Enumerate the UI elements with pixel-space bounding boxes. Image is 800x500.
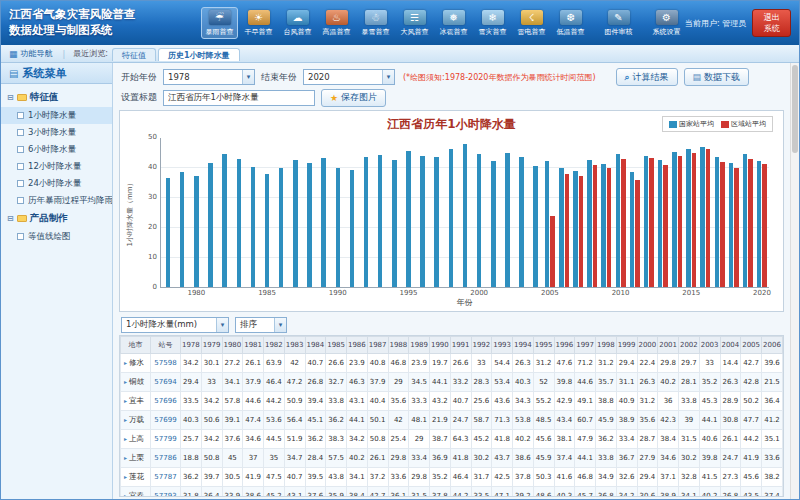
controls-row-1: 开始年份 1978▾ 结束年份 2020▾ (*绘图须知:1978-2020年数… <box>113 63 790 87</box>
column-header[interactable]: 2003 <box>699 337 720 354</box>
column-header[interactable]: 1984 <box>305 337 326 354</box>
table-row[interactable]: ▸铜鼓5769429.43334.137.946.447.226.832.746… <box>121 373 783 392</box>
tree-item[interactable]: 1小时降水量 <box>1 107 112 124</box>
bar-group-2010: 2010 <box>614 138 628 287</box>
value-cell: 29.4 <box>181 373 202 392</box>
data-table-wrap[interactable]: 地市站号197819791980198119821983198419851986… <box>119 335 784 497</box>
tree-item[interactable]: 历年暴雨过程平均降雨量 <box>1 192 112 209</box>
breadcrumb-item[interactable]: 特征值 <box>112 48 156 61</box>
column-header[interactable]: 1981 <box>243 337 264 354</box>
calc-button[interactable]: ⌕计算结果 <box>616 68 678 86</box>
value-cell: 46.4 <box>450 468 471 487</box>
column-header[interactable]: 站号 <box>151 337 181 354</box>
bar <box>748 159 753 287</box>
column-header[interactable]: 1992 <box>471 337 492 354</box>
table-row[interactable]: ▸宜春5779331.836.433.938.645.243.137.635.9… <box>121 487 783 498</box>
bar-group-1989 <box>317 138 331 287</box>
nav-lightning[interactable]: ☇雷电普查 <box>513 7 550 39</box>
column-header[interactable]: 1991 <box>450 337 471 354</box>
value-cell: 45.6 <box>741 468 762 487</box>
column-header[interactable]: 1980 <box>222 337 243 354</box>
nav-typhoon[interactable]: ☁台风普查 <box>279 7 316 39</box>
table-row[interactable]: ▸莲花5778736.239.730.541.947.540.739.543.8… <box>121 468 783 487</box>
column-header[interactable]: 1995 <box>533 337 554 354</box>
nav-low-temp[interactable]: ❆低温普查 <box>552 7 589 39</box>
tree-group[interactable]: ⊟特征值 <box>1 88 112 107</box>
table-row[interactable]: ▸修水5759834.230.127.226.163.94240.726.623… <box>121 354 783 373</box>
end-year-value: 2020 <box>308 72 330 82</box>
column-header[interactable]: 1985 <box>326 337 347 354</box>
bar <box>166 178 171 287</box>
tree-item-label: 12小时降水量 <box>28 161 81 173</box>
table-row[interactable]: ▸上高5779925.734.237.634.644.551.936.238.3… <box>121 430 783 449</box>
column-header[interactable]: 1999 <box>616 337 637 354</box>
start-year-select[interactable]: 1978▾ <box>163 69 255 85</box>
bar-group-2011 <box>628 138 642 287</box>
nav-snow-disaster[interactable]: ❄雪灾普查 <box>474 7 511 39</box>
chart-title-input[interactable] <box>163 90 315 106</box>
column-header[interactable]: 1978 <box>181 337 202 354</box>
value-cell: 24.7 <box>450 411 471 430</box>
menu-toggle-button[interactable]: ▦功能导航 <box>7 48 59 62</box>
value-cell: 26.1 <box>367 449 388 468</box>
value-cell: 29 <box>409 430 430 449</box>
measure-select[interactable]: 1小时降水量(mm)▾ <box>121 317 229 333</box>
value-cell: 45.6 <box>533 430 554 449</box>
bar-group-2004 <box>529 138 543 287</box>
tree-item[interactable]: 6小时降水量 <box>1 141 112 158</box>
vertical-scrollbar[interactable] <box>790 63 799 499</box>
logout-button[interactable]: 退出系统 <box>752 9 791 37</box>
column-header[interactable]: 1989 <box>409 337 430 354</box>
value-cell: 36.8 <box>596 487 617 498</box>
nav-drought[interactable]: ☀干旱普查 <box>240 7 277 39</box>
low-temp-icon: ❆ <box>560 10 582 25</box>
nav-system-settings[interactable]: ⚙系统设置 <box>648 7 685 39</box>
column-header[interactable]: 地市 <box>121 337 151 354</box>
nav-gale[interactable]: ☴大风普查 <box>396 7 433 39</box>
column-header[interactable]: 2002 <box>679 337 700 354</box>
download-icon: ▤ <box>693 72 702 82</box>
save-image-button[interactable]: ★保存图片 <box>321 89 386 107</box>
column-header[interactable]: 1988 <box>388 337 409 354</box>
table-row[interactable]: ▸宜丰5769633.534.257.844.644.250.939.433.8… <box>121 392 783 411</box>
column-header[interactable]: 2004 <box>720 337 741 354</box>
end-year-select[interactable]: 2020▾ <box>303 69 395 85</box>
nav-map-review[interactable]: ✎图件审核 <box>600 7 637 39</box>
nav-snowstorm[interactable]: ☃暴雪普查 <box>357 7 394 39</box>
nav-label: 雪灾普查 <box>479 27 507 37</box>
column-header[interactable]: 2006 <box>762 337 783 354</box>
value-cell: 43.1 <box>347 392 368 411</box>
tree-item[interactable]: 等值线绘图 <box>1 228 112 245</box>
column-header[interactable]: 1990 <box>430 337 451 354</box>
column-header[interactable]: 1994 <box>513 337 534 354</box>
column-header[interactable]: 1993 <box>492 337 513 354</box>
column-header[interactable]: 2001 <box>658 337 679 354</box>
column-header[interactable]: 1997 <box>575 337 596 354</box>
download-button[interactable]: ▤数据下载 <box>684 68 750 86</box>
column-header[interactable]: 1986 <box>347 337 368 354</box>
value-cell: 41.9 <box>243 468 264 487</box>
table-row[interactable]: ▸万载5769940.350.639.147.453.656.445.136.2… <box>121 411 783 430</box>
sort-select[interactable]: 排序▾ <box>235 317 287 333</box>
scrollbar-thumb[interactable] <box>792 65 798 153</box>
column-header[interactable]: 1983 <box>284 337 305 354</box>
column-header[interactable]: 2000 <box>637 337 658 354</box>
column-header[interactable]: 1998 <box>596 337 617 354</box>
column-header[interactable]: 2005 <box>741 337 762 354</box>
nav-rainstorm[interactable]: ☔暴雨普查 <box>201 7 238 39</box>
column-header[interactable]: 1996 <box>554 337 575 354</box>
tree-group[interactable]: ⊟产品制作 <box>1 209 112 228</box>
column-header[interactable]: 1982 <box>264 337 285 354</box>
nav-hail[interactable]: ❅冰雹普查 <box>435 7 472 39</box>
x-tick-label: 2020 <box>753 289 771 297</box>
bar <box>729 163 734 287</box>
tree-item[interactable]: 24小时降水量 <box>1 175 112 192</box>
tree-item[interactable]: 12小时降水量 <box>1 158 112 175</box>
value-cell: 30.1 <box>201 354 222 373</box>
nav-high-temp[interactable]: ♨高温普查 <box>318 7 355 39</box>
table-row[interactable]: ▸上栗5778618.850.845373534.728.457.540.226… <box>121 449 783 468</box>
column-header[interactable]: 1979 <box>201 337 222 354</box>
breadcrumb-item[interactable]: 历史1小时降水量 <box>158 48 240 61</box>
column-header[interactable]: 1987 <box>367 337 388 354</box>
tree-item[interactable]: 3小时降水量 <box>1 124 112 141</box>
